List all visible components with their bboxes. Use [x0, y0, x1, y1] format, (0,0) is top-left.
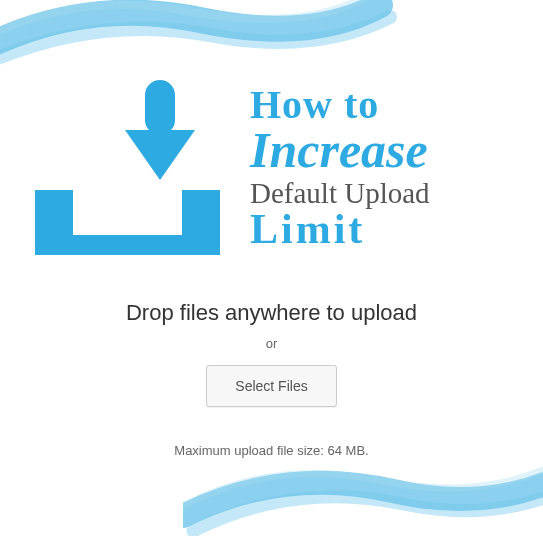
select-files-button[interactable]: Select Files [206, 365, 336, 407]
svg-marker-1 [125, 130, 195, 180]
hero-text: How to Increase Default Upload Limit [250, 84, 430, 251]
or-separator: or [0, 336, 543, 351]
upload-area[interactable]: Drop files anywhere to upload or Select … [0, 300, 543, 458]
hero-line-4: Limit [250, 207, 430, 251]
download-tray-icon [35, 80, 220, 255]
hero-line-3: Default Upload [250, 178, 430, 208]
hero-line-2: Increase [250, 124, 430, 177]
hero-line-1: How to [250, 84, 430, 126]
max-upload-size-text: Maximum upload file size: 64 MB. [0, 443, 543, 458]
drop-instruction: Drop files anywhere to upload [0, 300, 543, 326]
hero-banner: How to Increase Default Upload Limit [35, 80, 508, 255]
svg-rect-0 [145, 80, 175, 135]
